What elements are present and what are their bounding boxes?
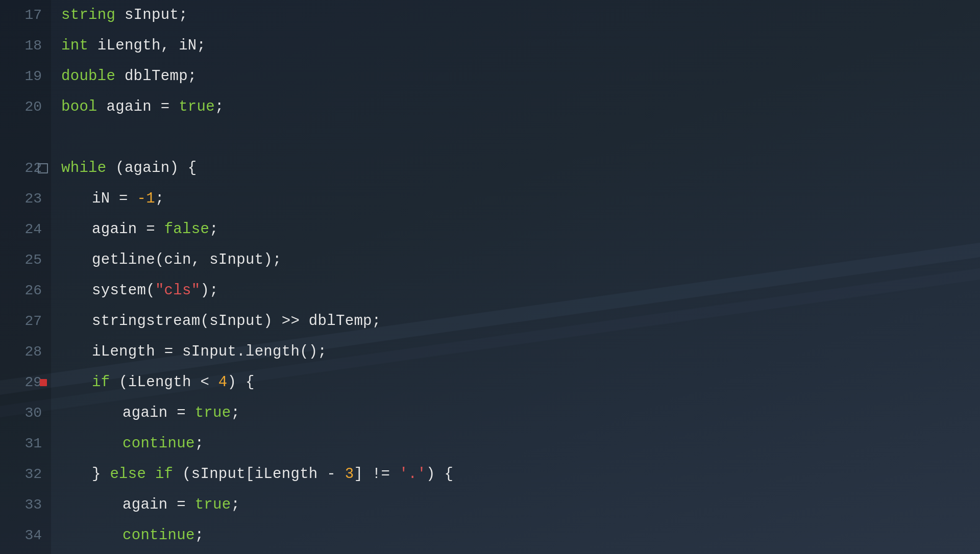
code-line-29: if (iLength < 4) { <box>61 367 980 398</box>
line-num-22: 22 <box>0 153 42 184</box>
line-num-34: 34 <box>0 520 42 551</box>
line-num-20: 20 <box>0 92 42 122</box>
line-num-32: 32 <box>0 459 42 490</box>
line-num-35: 35 <box>0 551 42 554</box>
code-line-30: again = true; <box>61 398 980 429</box>
code-line-34: continue; <box>61 520 980 551</box>
code-line-20: bool again = true; <box>61 92 980 122</box>
code-area: string sInput; int iLength, iN; double d… <box>51 0 980 554</box>
line-num-19: 19 <box>0 61 42 92</box>
line-num-17: 17 <box>0 0 42 31</box>
code-line-35: } while (++iN < iLength) { <box>61 551 980 554</box>
code-line-24: again = false; <box>61 214 980 245</box>
line-numbers: 17 18 19 20 22 23 24 25 26 27 28 29 30 3… <box>0 0 51 554</box>
line-num-31: 31 <box>0 429 42 459</box>
code-line-27: stringstream(sInput) >> dblTemp; <box>61 306 980 337</box>
code-line-25: getline(cin, sInput); <box>61 245 980 275</box>
line-num-26: 26 <box>0 275 42 306</box>
code-line-28: iLength = sInput.length(); <box>61 337 980 367</box>
line-num-30: 30 <box>0 398 42 429</box>
line-num-27: 27 <box>0 306 42 337</box>
code-line-32: } else if (sInput[iLength - 3] != '.') { <box>61 459 980 490</box>
code-line-19: double dblTemp; <box>61 61 980 92</box>
code-editor: 17 18 19 20 22 23 24 25 26 27 28 29 30 3… <box>0 0 980 554</box>
line-num-29: 29 <box>0 367 42 398</box>
code-line-22: while (again) { <box>61 153 980 184</box>
line-num-23: 23 <box>0 184 42 214</box>
code-line-23: iN = -1; <box>61 184 980 214</box>
line-num-21 <box>0 122 42 153</box>
code-line-26: system("cls"); <box>61 275 980 306</box>
line-num-18: 18 <box>0 31 42 61</box>
line-num-25: 25 <box>0 245 42 275</box>
code-line-17: string sInput; <box>61 0 980 31</box>
code-line-21 <box>61 122 980 153</box>
line-num-28: 28 <box>0 337 42 367</box>
code-line-31: continue; <box>61 429 980 459</box>
line-num-33: 33 <box>0 490 42 520</box>
line-num-24: 24 <box>0 214 42 245</box>
code-line-18: int iLength, iN; <box>61 31 980 61</box>
code-line-33: again = true; <box>61 490 980 520</box>
